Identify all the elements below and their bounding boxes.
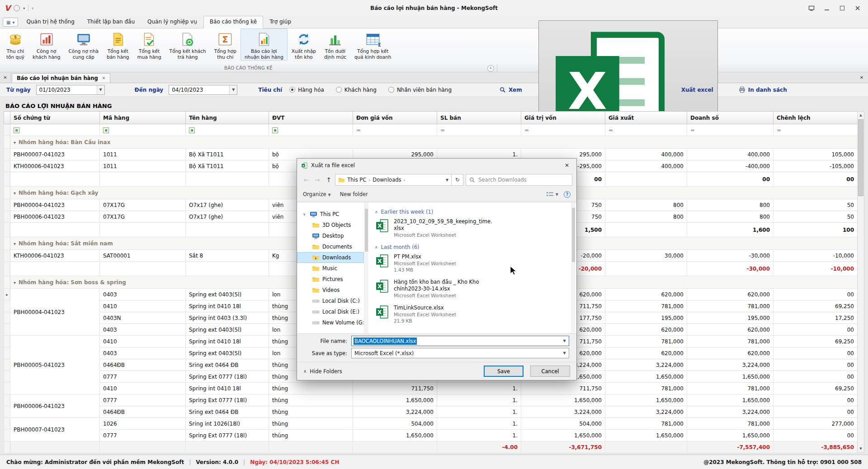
collapse-triangle-icon[interactable]: ▾ bbox=[14, 140, 16, 145]
cell[interactable]: 0777 bbox=[100, 371, 186, 383]
tree-scrollbar[interactable] bbox=[364, 202, 368, 333]
cell[interactable]: 17,250 bbox=[774, 312, 858, 324]
cell[interactable]: 711,750 bbox=[521, 383, 605, 394]
ribbon-item-1[interactable]: Công nợkhách hàng bbox=[28, 28, 64, 61]
help-icon[interactable]: ? bbox=[564, 191, 571, 198]
cell[interactable]: 3,224,000 bbox=[687, 359, 774, 371]
cell[interactable]: thùng bbox=[269, 418, 353, 430]
cell[interactable]: Spring ext 0403(5l) bbox=[186, 347, 269, 359]
cell[interactable]: 0403 bbox=[100, 347, 186, 359]
from-date-input[interactable]: 01/10/2023 ▼ bbox=[36, 85, 105, 95]
doc-number-cell[interactable]: PBH00007-041023 bbox=[10, 149, 100, 160]
file-item[interactable]: XPT PM.xlsxMicrosoft Excel Worksheet1.43… bbox=[375, 253, 568, 273]
scrollbar-thumb[interactable] bbox=[365, 209, 368, 252]
cell[interactable]: -105,000 bbox=[774, 160, 858, 172]
filter-cell-0[interactable]: a bbox=[10, 124, 100, 136]
maximize-icon[interactable] bbox=[839, 5, 845, 11]
cell[interactable]: 620,000 bbox=[687, 324, 774, 336]
table-row[interactable]: 0777Spring Ext 0777 (18l)thùng1,650,0001… bbox=[4, 430, 858, 441]
print-list-button[interactable]: In danh sách bbox=[734, 84, 792, 95]
file-item[interactable]: XHàng tồn kho ban đầu _ Kho Kho chính202… bbox=[375, 279, 568, 299]
tree-item-this-pc[interactable]: ∨This PC bbox=[297, 209, 364, 220]
cell[interactable]: 1. bbox=[437, 406, 521, 418]
quick-access-caret-icon[interactable]: ▾ bbox=[23, 6, 25, 10]
cell[interactable]: 800 bbox=[605, 211, 687, 223]
cell[interactable]: 800 bbox=[605, 199, 687, 211]
cell[interactable]: 504,000 bbox=[521, 418, 605, 430]
ribbon-item-7[interactable]: Báo cáo lợinhuận bán hàng bbox=[241, 28, 288, 61]
doc-number-cell[interactable]: PBH00007-041023 bbox=[10, 418, 100, 441]
file-name-input[interactable]: BAOCAOLOINHUAN.xlsx ▼ bbox=[351, 336, 569, 346]
menu-tab-1[interactable]: Thiết lập ban đầu bbox=[81, 16, 141, 28]
cell[interactable]: 1,650,000 bbox=[687, 430, 774, 441]
collapse-triangle-icon[interactable]: ▾ bbox=[14, 241, 16, 246]
app-menu-button[interactable]: ▦▾ bbox=[3, 18, 18, 27]
cell[interactable]: 0777 bbox=[100, 430, 186, 441]
grid-vertical-scrollbar[interactable]: ▲ ▼ bbox=[857, 111, 864, 453]
cell[interactable]: thùng bbox=[269, 394, 353, 406]
cell[interactable]: -30,000 bbox=[687, 250, 774, 262]
tree-item-3d-objects[interactable]: 3D Objects bbox=[297, 220, 364, 230]
chevron-down-icon[interactable]: ▼ bbox=[561, 349, 568, 357]
refresh-icon[interactable]: ↻ bbox=[452, 174, 463, 186]
scroll-down-icon[interactable]: ▼ bbox=[858, 445, 864, 452]
filter-cell-6[interactable]: = bbox=[521, 124, 605, 136]
cell[interactable]: Sring int 1026(18l) bbox=[186, 418, 269, 430]
chevron-down-icon[interactable]: ▼ bbox=[561, 337, 568, 345]
cell[interactable]: O7x17 (ghe) bbox=[186, 211, 269, 223]
cell[interactable]: 0410 bbox=[100, 383, 186, 394]
cell[interactable]: Spring int 0410 18l bbox=[186, 383, 269, 394]
cell[interactable]: Spring Ext 0777 (18l) bbox=[186, 430, 269, 441]
cell[interactable]: SAT00001 bbox=[100, 250, 186, 262]
file-group-header-0[interactable]: ∧Earlier this week (1) bbox=[375, 209, 568, 215]
cell[interactable]: 781,000 bbox=[605, 300, 687, 312]
close-tab-left-icon[interactable]: ✕ bbox=[0, 72, 11, 83]
cell[interactable]: 400,000 bbox=[605, 160, 687, 172]
cell[interactable]: 00 bbox=[774, 324, 858, 336]
breadcrumb-downloads[interactable]: Downloads bbox=[373, 177, 401, 183]
radio-hang-hoa[interactable]: Hàng hóa bbox=[289, 87, 324, 93]
cell[interactable]: thùng bbox=[269, 383, 353, 394]
tree-item-local-disk-c-[interactable]: Local Disk (C:) bbox=[297, 295, 364, 306]
cell[interactable]: 781,000 bbox=[605, 383, 687, 394]
file-item[interactable]: X2023_10_02_09_59_58_keeping_time.xlsxMi… bbox=[375, 218, 568, 238]
minimize-icon[interactable] bbox=[824, 5, 830, 11]
organize-button[interactable]: Organize▼ bbox=[303, 191, 331, 197]
cell[interactable]: 620,000 bbox=[605, 289, 687, 300]
cell[interactable]: 1,650,000 bbox=[353, 394, 437, 406]
cell[interactable]: 0403 bbox=[100, 289, 186, 300]
dialog-close-icon[interactable]: ✕ bbox=[557, 159, 576, 172]
menu-tab-0[interactable]: Quản trị hệ thống bbox=[20, 16, 80, 28]
ribbon-item-8[interactable]: Xuất nhậptồn kho bbox=[288, 28, 320, 61]
cell[interactable]: 781,000 bbox=[687, 336, 774, 347]
cell[interactable]: 0777 bbox=[100, 394, 186, 406]
cell[interactable]: 1,650,000 bbox=[687, 394, 774, 406]
collapse-triangle-icon[interactable]: ▾ bbox=[14, 191, 16, 196]
column-header-1[interactable]: Mã hàng bbox=[100, 112, 186, 124]
cell[interactable]: 3,224,000 bbox=[687, 406, 774, 418]
cell[interactable]: -10,000 bbox=[774, 250, 858, 262]
cell[interactable]: 1. bbox=[437, 383, 521, 394]
doc-number-cell[interactable]: PBH00006-041023 bbox=[10, 211, 100, 223]
fullscreen-icon[interactable] bbox=[808, 5, 815, 11]
column-header-5[interactable]: SL bán bbox=[437, 112, 521, 124]
file-list-scrollbar[interactable] bbox=[571, 202, 576, 333]
cell[interactable]: 1011 bbox=[100, 160, 186, 172]
cell[interactable]: Spring ext 0403(5l) bbox=[186, 289, 269, 300]
up-icon[interactable]: ↑ bbox=[322, 176, 335, 183]
cell[interactable]: 711,750 bbox=[353, 383, 437, 394]
column-header-2[interactable]: Tên hàng bbox=[186, 112, 269, 124]
save-type-select[interactable]: Microsoft Excel (*.xlsx) ▼ bbox=[351, 348, 569, 358]
cell[interactable]: O7x17 (ghe) bbox=[186, 199, 269, 211]
ribbon-collapse-button[interactable]: ∧ bbox=[487, 65, 494, 72]
cell[interactable]: Spring int 0410 18l bbox=[186, 336, 269, 347]
tree-item-videos[interactable]: Videos bbox=[297, 285, 364, 295]
tree-item-downloads[interactable]: Downloads bbox=[297, 252, 364, 263]
cell[interactable]: 69,250 bbox=[774, 300, 858, 312]
view-options-button[interactable]: ▼ bbox=[546, 191, 558, 197]
cell[interactable]: 00 bbox=[774, 289, 858, 300]
doc-tab-close-icon[interactable]: ✕ bbox=[102, 76, 106, 80]
cell[interactable]: 1011 bbox=[100, 149, 186, 160]
cell[interactable]: 1,650,000 bbox=[605, 371, 687, 383]
cell[interactable]: 0464ĐB bbox=[100, 359, 186, 371]
